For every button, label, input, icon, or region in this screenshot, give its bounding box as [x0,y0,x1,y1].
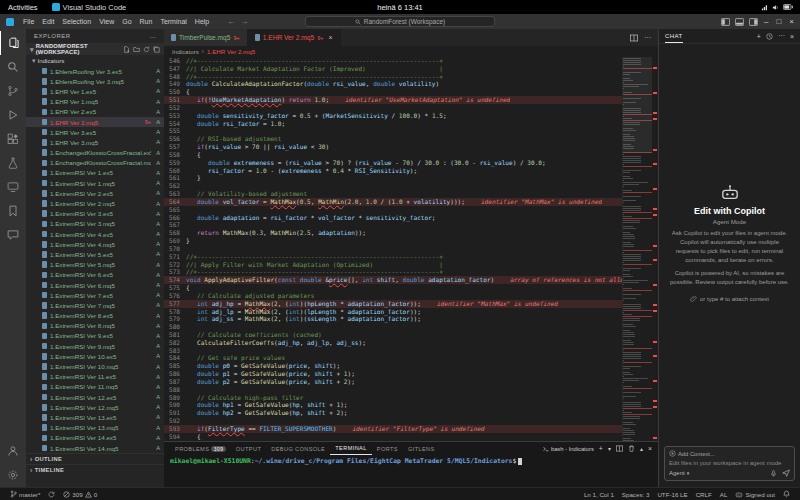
folder-indicators[interactable]: ▾ Indicators [26,55,164,66]
minimap[interactable] [622,57,652,441]
explorer-icon[interactable] [0,31,26,55]
panel-tab-gitlens[interactable]: GITLENS [403,442,440,455]
code-line[interactable]: 552 [164,104,622,112]
notifications-bell[interactable] [779,490,794,498]
file-row[interactable]: 1.ExtremRSI Ver 14.ex5A [26,433,164,443]
testing-icon[interactable] [0,151,26,175]
sync-button[interactable] [44,491,59,498]
file-row[interactable]: 1.ExtremRSI Ver 3.mq5A [26,219,164,229]
code-line[interactable]: 558 { [164,151,622,159]
copilot-status[interactable]: Signed out [731,491,779,498]
code-line[interactable]: 592 [164,417,622,425]
code-line[interactable]: 575{ [164,284,622,292]
code-line[interactable]: 553 double sensitivity_factor = 0.5 + (M… [164,112,622,120]
split-editor-icon[interactable] [630,34,638,42]
code-line[interactable]: 589 // Calculate high-pass filter [164,394,622,402]
minimap-viewport[interactable] [623,57,652,153]
file-row[interactable]: 1.ExtremRSI Ver 9.mq5A [26,341,164,351]
code-line[interactable]: 547//| Calculate Market Adaptation Facto… [164,65,622,73]
file-row[interactable]: 1.ExtremRSI Ver 1.mq5A [26,178,164,188]
breadcrumb-item[interactable]: Indicators [172,48,199,55]
clock[interactable]: heinä 6 13:41 [377,3,422,12]
code-line[interactable]: 577 int adj_hp = MathMax(2, (int)(hpLeng… [164,300,622,308]
code-line[interactable]: 572//| Apply Filter with Market Adaptati… [164,261,622,269]
minimize-button[interactable]: – [764,17,768,26]
toggle-secondary-sidebar-icon[interactable] [749,18,758,26]
file-row[interactable]: 1.ExtremRSI Ver 10.mq5A [26,361,164,371]
panel-tab-ports[interactable]: PORTS [372,442,403,455]
file-row[interactable]: 1.ExtremRSI Ver 6.mq5A [26,280,164,290]
panel-close-icon[interactable]: × [648,445,652,452]
chat-close-icon[interactable]: × [790,33,794,40]
code-line[interactable]: 576 // Calculate adjusted parameters [164,292,622,300]
workspace-header[interactable]: ▾ RANDOMFOREST (WORKSPACE) [26,43,164,55]
extensions-icon[interactable] [0,127,26,151]
bookmarks-icon[interactable] [0,199,26,223]
file-row[interactable]: 1.ExtremRSI Ver 7.ex5A [26,290,164,300]
code-line[interactable]: 548//+----------------------------------… [164,73,622,81]
code-line[interactable]: 554 double rsi_factor = 1.0; [164,120,622,128]
terminal-instance-label[interactable]: bash - Indicators [543,446,594,452]
code-line[interactable]: 551 if(!UseMarketAdaptation) return 1.0;… [164,96,622,104]
file-row[interactable]: 1.ExtremRSI Ver 8.mq5A [26,321,164,331]
search-view-icon[interactable] [0,55,26,79]
file-row[interactable]: 1.EHR Ver 1.ex5A [26,86,164,96]
command-center-search[interactable]: RandomForest (Workspace) [305,16,495,27]
toggle-panel-icon[interactable] [735,18,744,26]
code-content[interactable]: 546//+----------------------------------… [164,57,622,441]
code-line[interactable]: 580 [164,323,622,331]
breadcrumb-item[interactable]: 1.EHR Ver 2.mq5 [207,48,255,55]
file-row[interactable]: 1.ExtremRSI Ver 4.mq5A [26,239,164,249]
section-outline[interactable]: ›OUTLINE [26,453,164,464]
file-row[interactable]: 1.ExtremRSI Ver 14.mq5A [26,443,164,453]
new-folder-icon[interactable] [133,46,140,53]
menu-view[interactable]: View [95,18,118,25]
chat-view-icon[interactable] [0,223,26,247]
code-line[interactable]: 563 // Volatility-based adjustment [164,190,622,198]
remote-explorer-icon[interactable] [0,175,26,199]
send-icon[interactable] [782,469,790,477]
code-line[interactable]: 565 [164,206,622,214]
file-row[interactable]: 1.EnchangedKlosstoCrossFractal.ex5A [26,148,164,158]
file-row[interactable]: 1.ExtremRSI Ver 5.ex5A [26,249,164,259]
file-row[interactable]: 1.ExtremRSI Ver 11.ex5A [26,372,164,382]
close-button[interactable]: × [789,17,794,26]
trash-icon[interactable] [628,445,635,452]
terminal-dropdown-icon[interactable]: ▾ [608,445,611,452]
system-tray[interactable] [761,4,800,11]
code-line[interactable]: 566 double adaptation = rsi_factor * vol… [164,214,622,222]
panel-tab-problems[interactable]: PROBLEMS309 [170,442,231,455]
file-row[interactable]: 1.ExtremRSI Ver 13.mq5A [26,423,164,433]
new-chat-icon[interactable]: + [757,33,761,40]
cursor-position[interactable]: Ln 1, Col 1 [580,491,618,498]
indentation-setting[interactable]: Spaces: 3 [618,491,654,498]
editor-tab[interactable]: TimberPulse.mq59+ [164,29,248,46]
split-terminal-icon[interactable] [616,445,623,452]
menu-run[interactable]: Run [136,18,157,25]
language-mode[interactable]: AL [716,491,732,498]
code-line[interactable]: 568 return MathMax(0.3, MathMin(2.5, ada… [164,229,622,237]
file-row[interactable]: 1.ExtremRSI Ver 5.mq5A [26,260,164,270]
file-row[interactable]: 1.EnchangedKlosstoCrossFractal.mq5A [26,158,164,168]
menu-terminal[interactable]: Terminal [156,18,190,25]
code-line[interactable]: 571//+----------------------------------… [164,253,622,261]
code-line[interactable]: 587 double p2 = GetSafeValue(price, shif… [164,378,622,386]
file-row[interactable]: 1.ExtremRSI Ver 10.ex5A [26,351,164,361]
panel-tab-terminal[interactable]: TERMINAL [330,442,371,455]
new-terminal-icon[interactable]: + [599,445,603,452]
code-line[interactable]: 585 double p0 = GetSafeValue(price, shif… [164,362,622,370]
code-line[interactable]: 560 rsi_factor = 1.0 - (extremeness * 0.… [164,167,622,175]
chat-history-icon[interactable] [766,33,773,40]
chat-input[interactable] [669,460,790,466]
terminal-viewport[interactable]: mikael@mikael-X510UNR:~/.wine/drive_c/Pr… [164,455,658,487]
code-line[interactable]: 555 [164,127,622,135]
code-line[interactable]: 591 double hp2 = GetSafeValue(hp, shift … [164,409,622,417]
problems-indicator[interactable]: 309 0 [59,491,101,498]
app-indicator[interactable]: Visual Studio Code [46,3,133,12]
code-line[interactable]: 588 [164,386,622,394]
refresh-icon[interactable] [143,46,150,53]
code-line[interactable]: 567 [164,221,622,229]
file-row[interactable]: 1.EHR Ver 2.ex5A [26,107,164,117]
code-line[interactable]: 569} [164,237,622,245]
tab-close-icon[interactable]: × [329,34,333,41]
